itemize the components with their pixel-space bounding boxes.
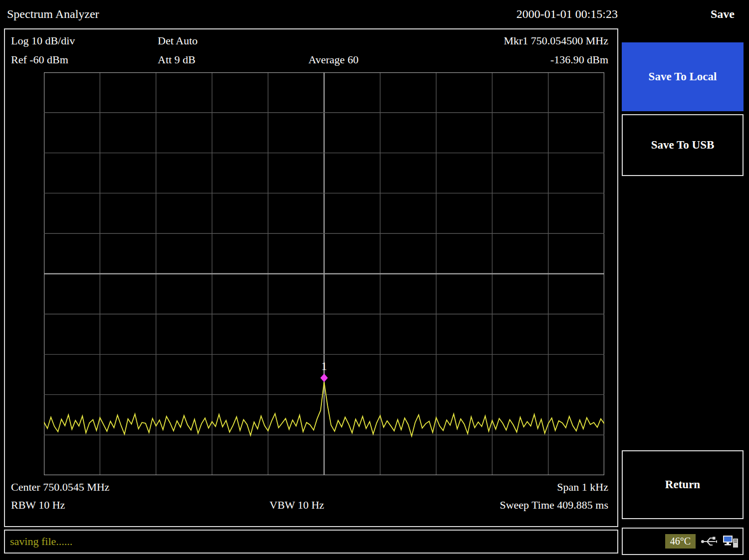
- marker-number-label: 1: [321, 360, 327, 373]
- spectrum-plot: 1: [44, 72, 604, 475]
- datetime: 2000-01-01 00:15:23: [516, 0, 618, 28]
- status-message-bar: saving file......: [4, 530, 618, 554]
- reference-level-annotation: Ref -60 dBm: [11, 53, 68, 66]
- rbw-annotation: RBW 10 Hz: [11, 499, 65, 512]
- active-menu-title: Save: [711, 0, 735, 28]
- status-message: saving file......: [10, 535, 72, 548]
- marker-amplitude-readout: -136.90 dBm: [550, 53, 608, 66]
- vbw-annotation: VBW 10 Hz: [269, 499, 324, 512]
- average-annotation: Average 60: [308, 53, 358, 66]
- save-to-local-label: Save To Local: [649, 70, 717, 83]
- spectrum-plot-svg: 1: [44, 72, 604, 475]
- attenuation-annotation: Att 9 dB: [158, 53, 196, 66]
- save-to-local-button[interactable]: Save To Local: [622, 42, 744, 111]
- system-status-box: 46°C: [622, 528, 744, 555]
- scale-annotation: Log 10 dB/div: [11, 34, 75, 47]
- span-annotation: Span 1 kHz: [557, 481, 608, 494]
- app-title: Spectrum Analyzer: [7, 0, 99, 28]
- graticule: [44, 72, 604, 475]
- detector-annotation: Det Auto: [158, 34, 198, 47]
- network-icon: [723, 535, 739, 549]
- sweep-time-annotation: Sweep Time 409.885 ms: [499, 499, 608, 512]
- return-label: Return: [665, 478, 700, 491]
- usb-icon: [701, 536, 718, 547]
- marker-frequency-readout: Mkr1 750.054500 MHz: [503, 34, 608, 47]
- save-to-usb-button[interactable]: Save To USB: [622, 114, 744, 176]
- center-frequency-annotation: Center 750.0545 MHz: [11, 481, 109, 494]
- temperature-badge: 46°C: [665, 534, 696, 549]
- header-bar: Spectrum Analyzer 2000-01-01 00:15:23 Sa…: [0, 0, 749, 28]
- return-button[interactable]: Return: [622, 450, 744, 519]
- spectrum-display-panel: Log 10 dB/div Det Auto Mkr1 750.054500 M…: [4, 28, 618, 527]
- save-to-usb-label: Save To USB: [651, 139, 715, 152]
- marker-diamond-icon: [320, 373, 328, 382]
